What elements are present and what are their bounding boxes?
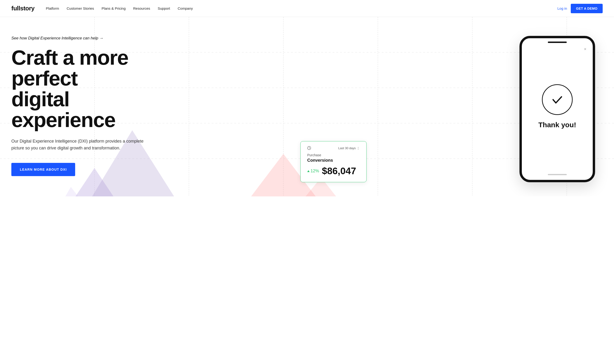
up-arrow-icon	[307, 170, 310, 172]
thank-you-text: Thank you!	[538, 121, 576, 129]
dots-icon: ⋮	[357, 146, 360, 150]
close-icon[interactable]: ×	[583, 47, 587, 52]
nav-item-plans-pricing[interactable]: Plans & Pricing	[102, 6, 126, 10]
card-label: Purchase	[307, 153, 360, 157]
logo[interactable]: fullstory	[11, 5, 35, 12]
card-percentage: 12%	[307, 169, 319, 173]
learn-more-cta-button[interactable]: LEARN MORE ABOUT DXI	[11, 163, 75, 176]
hero-title: Craft a more perfect digital experience	[11, 47, 177, 130]
get-demo-button[interactable]: GET A DEMO	[571, 4, 603, 13]
phone-mockup: × Thank you!	[519, 36, 595, 182]
card-value-row: 12% $86,047	[307, 166, 360, 176]
nav-item-support[interactable]: Support	[158, 6, 170, 10]
card-period: Last 30 days ⋮	[338, 146, 360, 150]
nav-links: Platform Customer Stories Plans & Pricin…	[46, 6, 557, 10]
card-amount: $86,047	[322, 166, 356, 176]
hero-description: Our Digital Experience Intelligence (DXI…	[11, 138, 144, 152]
nav-actions: Log in GET A DEMO	[557, 4, 603, 13]
hero-content: See how Digital Experience Intelligence …	[11, 36, 177, 176]
svg-marker-12	[0, 187, 165, 196]
card-header: Last 30 days ⋮	[307, 146, 360, 150]
card-clock	[307, 146, 311, 150]
nav-item-customer-stories[interactable]: Customer Stories	[67, 6, 94, 10]
hero-tag[interactable]: See how Digital Experience Intelligence …	[11, 36, 177, 41]
clock-icon	[307, 146, 311, 150]
navbar: fullstory Platform Customer Stories Plan…	[0, 0, 614, 17]
phone-scrollbar	[548, 174, 567, 175]
card-metric: Conversions	[307, 158, 360, 163]
login-button[interactable]: Log in	[557, 6, 567, 10]
checkmark-circle	[542, 84, 573, 115]
hero-section: See how Digital Experience Intelligence …	[0, 17, 614, 196]
nav-item-company[interactable]: Company	[178, 6, 193, 10]
phone-content: Thank you!	[522, 43, 593, 182]
conversion-card: Last 30 days ⋮ Purchase Conversions 12% …	[300, 141, 367, 182]
checkmark-icon	[550, 92, 565, 107]
nav-item-platform[interactable]: Platform	[46, 6, 59, 10]
nav-item-resources[interactable]: Resources	[133, 6, 150, 10]
svg-line-19	[309, 148, 310, 148]
